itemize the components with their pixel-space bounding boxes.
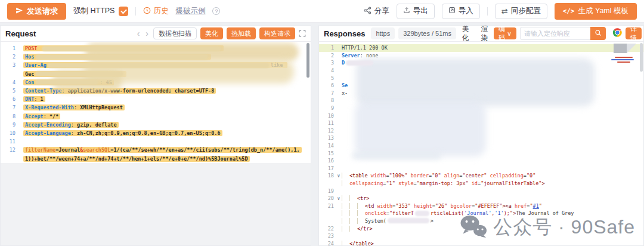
share-label: 分享 (374, 6, 389, 16)
request-editor-body: 1POST 2Hos3User-Aglike Gec4Con: 455Conte… (1, 42, 311, 245)
fuzz-example-button[interactable]: 爆破示例 (175, 6, 205, 16)
redaction-blur (35, 79, 98, 85)
force-https-checkbox[interactable] (119, 7, 128, 16)
code-line: 17 (319, 165, 643, 173)
code-icon: </> (563, 7, 575, 15)
history-button[interactable]: 历史 (143, 6, 168, 16)
send-request-label: 发送请求 (27, 6, 58, 17)
sync-config-label: 同步配置 (511, 6, 541, 16)
response-editor-body: 1HTTP/1.1 200 OK2Server: none3D456Se7x-8… (319, 42, 643, 245)
code-line: 2Hos (1, 53, 311, 61)
import-icon (448, 7, 456, 16)
open-in-browser-button[interactable] (613, 28, 622, 39)
code-line: 11 (319, 119, 643, 127)
render-response-button[interactable]: 渲染 (478, 25, 490, 42)
fold-arrow-icon[interactable]: ∨ (336, 173, 342, 179)
search-response-input[interactable] (520, 27, 590, 40)
request-scrollbar[interactable] (306, 43, 309, 78)
code-line: 14 (319, 142, 643, 150)
code-line: 3User-Aglike (1, 61, 311, 69)
hot-reload-button[interactable]: 热加载 (227, 27, 256, 39)
response-editor[interactable]: 1HTTP/1.1 200 OK2Server: none3D456Se7x-8… (319, 42, 643, 245)
toolbar-right-group: 分享 导出 导入 ⇄ 同步配置 </> 生成 Yaml 模板 (364, 3, 637, 20)
force-https-label: 强制 HTTPS (73, 6, 114, 16)
code-line: 5 (319, 74, 643, 82)
code-line: 6Se (319, 82, 643, 90)
generate-yaml-button[interactable]: </> 生成 Yaml 模板 (555, 3, 637, 20)
code-line: 8Accept: */* (1, 112, 311, 121)
expand-request-icon[interactable] (299, 30, 306, 37)
code-line: 10 (319, 112, 643, 119)
export-button[interactable]: 导出 (397, 4, 435, 19)
request-panel-header: Request ‹ › 数据包扫描 美化 热加载 构造请求 (1, 26, 311, 42)
clock-icon (143, 7, 151, 16)
beautify-response-button[interactable]: 美化 (460, 25, 472, 42)
main-split: Request ‹ › 数据包扫描 美化 热加载 构造请求 1POST 2Hos… (0, 23, 644, 246)
code-line: 12 (319, 127, 643, 135)
construct-request-button[interactable]: 构造请求 (259, 27, 295, 39)
code-line: 3D (319, 59, 643, 67)
code-line: 9Accept-Encoding: gzip, deflate (1, 121, 311, 129)
fold-arrow-icon[interactable]: ∨ (336, 196, 342, 201)
help-icon[interactable]: ? (212, 7, 220, 15)
beautify-request-button[interactable]: 美化 (200, 27, 223, 39)
history-label: 历史 (153, 6, 168, 16)
encode-dropdown[interactable]: 编码 ∨ (494, 27, 516, 39)
redaction-blur (48, 63, 270, 68)
code-line: 7X-Requested-With: XMLHttpRequest (1, 103, 311, 112)
response-panel: Responses https 329bytes / 51ms 美化 渲染 编码… (318, 25, 644, 246)
details-button[interactable]: 详情 (626, 27, 642, 39)
sync-config-button[interactable]: ⇄ 同步配置 (495, 4, 547, 19)
packet-scan-button[interactable]: 数据包扫描 (153, 27, 197, 39)
code-line: Gec (1, 70, 311, 78)
fuzz-example-label: 爆破示例 (175, 6, 205, 16)
code-line: 9 (319, 104, 643, 112)
code-line: 8 (319, 97, 643, 104)
generate-yaml-label: 生成 Yaml 模板 (578, 6, 629, 16)
response-panel-header: Responses https 329bytes / 51ms 美化 渲染 编码… (319, 26, 643, 42)
code-line: System(> (319, 217, 643, 225)
code-line: cellspacing="1" style="margin-top: 3px" … (319, 180, 643, 187)
code-line: 10Accept-Language: zh-CN,zh;q=0.9,en;q=0… (1, 129, 311, 137)
scheme-badge: https (371, 27, 395, 39)
code-line: 7x- (319, 90, 643, 97)
toolbar-divider (135, 7, 136, 16)
code-line: 1HTTP/1.1 200 OK (319, 44, 643, 52)
code-line: 4 (319, 67, 643, 75)
code-line: 22</tr> (319, 225, 643, 232)
code-line: 18∨<table width="100%" border="0" align=… (319, 172, 643, 180)
code-line: 20∨<tr> (319, 195, 643, 202)
code-line: 2Server: none (319, 52, 643, 60)
code-line: 13 (319, 134, 643, 142)
toolbar-divider (487, 7, 488, 16)
share-icon (364, 7, 371, 16)
request-editor[interactable]: 1POST 2Hos3User-Aglike Gec4Con: 455Conte… (1, 42, 311, 163)
code-line: 4Con: 45 (1, 78, 311, 87)
code-line: 11 (1, 137, 311, 146)
redaction-blur (388, 218, 429, 223)
code-line: 16 (319, 157, 643, 165)
sync-icon: ⇄ (501, 7, 508, 16)
toolbar-left-group: 发送请求 强制 HTTPS 历史 爆破示例 ? (7, 3, 220, 20)
import-button[interactable]: 导入 (442, 4, 480, 19)
redaction-blur (346, 60, 373, 66)
top-toolbar: 发送请求 强制 HTTPS 历史 爆破示例 ? 分享 导出 (0, 0, 644, 23)
paper-plane-icon (16, 7, 23, 16)
redaction-blur (35, 54, 208, 60)
code-line: 1))+bet/**/ween+74+a/**/nd+74+t/**/hen+1… (1, 154, 311, 162)
request-panel: Request ‹ › 数据包扫描 美化 热加载 构造请求 1POST 2Hos… (0, 25, 311, 246)
request-editor-empty-area (1, 163, 311, 245)
response-search (520, 27, 606, 40)
search-button[interactable] (590, 27, 606, 40)
prev-request-button[interactable]: ‹ (136, 29, 141, 38)
code-line: 23 (319, 232, 643, 240)
next-request-button[interactable]: › (144, 29, 150, 38)
code-line: 15 (319, 149, 643, 157)
send-request-button[interactable]: 发送请求 (7, 3, 66, 20)
code-line: 5Content-Type: application/x-www-form-ur… (1, 87, 311, 95)
chrome-icon (613, 28, 622, 39)
share-button[interactable]: 分享 (364, 6, 389, 16)
response-scrollbar[interactable] (640, 43, 643, 72)
redaction-blur (35, 71, 123, 76)
force-https-option: 强制 HTTPS (73, 6, 128, 16)
